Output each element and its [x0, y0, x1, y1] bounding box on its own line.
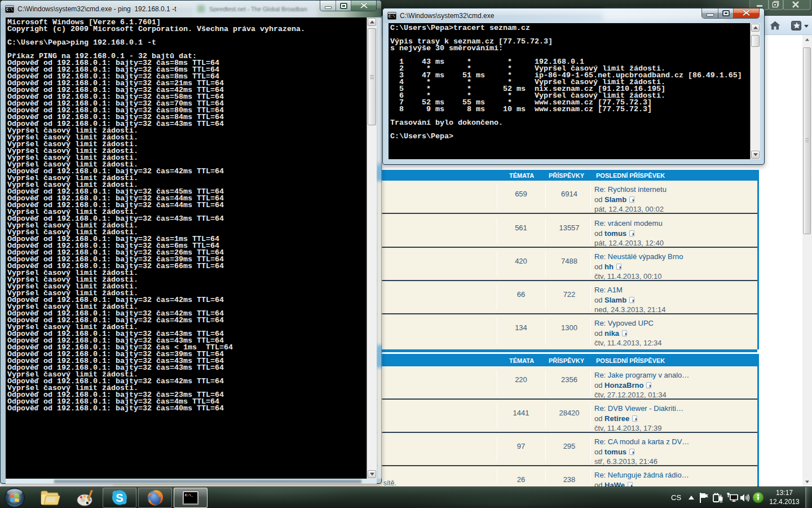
svg-text:S: S — [116, 492, 123, 504]
